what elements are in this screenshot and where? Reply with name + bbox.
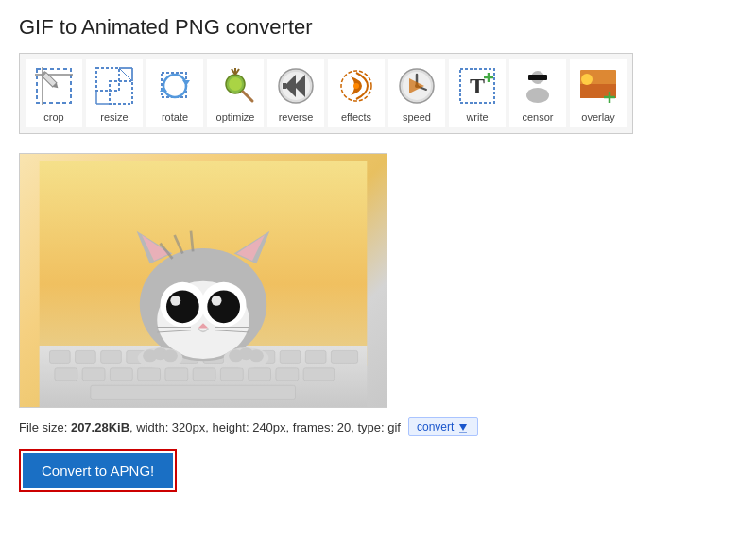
svg-rect-58 (280, 350, 301, 363)
tool-speed[interactable]: speed (388, 59, 445, 127)
write-label: write (466, 111, 488, 123)
svg-rect-66 (193, 368, 215, 381)
tool-crop[interactable]: crop (26, 59, 82, 127)
svg-rect-69 (276, 368, 299, 381)
write-icon: T (455, 64, 499, 108)
svg-marker-100 (459, 424, 467, 431)
svg-rect-6 (96, 68, 119, 91)
reverse-icon (274, 64, 318, 108)
resize-icon (93, 64, 136, 108)
file-size: 207.28KiB (71, 420, 129, 434)
overlay-label: overlay (581, 111, 614, 123)
effects-label: effects (341, 111, 371, 123)
svg-rect-41 (528, 75, 547, 80)
svg-rect-63 (110, 368, 132, 381)
optimize-icon (214, 64, 257, 108)
svg-point-40 (526, 88, 549, 103)
crop-icon (32, 64, 76, 108)
svg-marker-12 (119, 68, 132, 81)
svg-point-44 (581, 74, 593, 85)
svg-rect-51 (101, 350, 122, 363)
svg-rect-64 (138, 368, 161, 381)
speed-icon (395, 64, 438, 108)
svg-point-85 (170, 296, 180, 306)
page-title: GIF to Animated PNG converter (19, 15, 737, 40)
svg-point-84 (207, 291, 240, 324)
resize-label: resize (100, 111, 128, 123)
svg-point-86 (212, 296, 222, 306)
effects-icon (335, 64, 378, 108)
file-meta: , width: 320px, height: 240px, frames: 2… (129, 420, 401, 434)
convert-button-wrapper: Convert to APNG! (19, 449, 177, 492)
svg-point-83 (166, 291, 199, 324)
toolbar: crop resize (19, 53, 633, 134)
svg-point-28 (353, 83, 359, 89)
svg-text:T: T (470, 74, 485, 98)
file-info-text: File size: 207.28KiB, width: 320px, heig… (19, 420, 401, 434)
convert-to-apng-button[interactable]: Convert to APNG! (23, 453, 173, 488)
svg-line-18 (243, 92, 252, 101)
svg-rect-65 (165, 368, 188, 381)
tool-overlay[interactable]: overlay (570, 59, 627, 127)
tool-effects[interactable]: effects (328, 59, 385, 127)
svg-rect-59 (305, 350, 326, 363)
svg-rect-70 (303, 368, 335, 381)
svg-rect-62 (82, 368, 105, 381)
convert-link[interactable]: convert (408, 417, 478, 436)
censor-label: censor (522, 111, 553, 123)
svg-rect-68 (249, 368, 271, 381)
svg-rect-49 (50, 350, 71, 363)
svg-rect-67 (220, 368, 243, 381)
rotate-icon (153, 64, 197, 108)
svg-rect-60 (331, 350, 357, 363)
file-info: File size: 207.28KiB, width: 320px, heig… (19, 417, 737, 436)
svg-rect-61 (55, 368, 77, 381)
tool-optimize[interactable]: optimize (207, 59, 264, 127)
svg-point-17 (229, 77, 242, 91)
tool-rotate[interactable]: rotate (146, 59, 203, 127)
tool-write[interactable]: T write (449, 59, 506, 127)
crop-label: crop (43, 111, 63, 123)
tool-reverse[interactable]: reverse (267, 59, 324, 127)
svg-rect-26 (283, 83, 286, 89)
preview-area (19, 153, 737, 408)
svg-rect-7 (110, 81, 132, 104)
speed-label: speed (403, 111, 431, 123)
overlay-icon (576, 64, 620, 108)
rotate-label: rotate (162, 111, 188, 123)
tool-censor[interactable]: censor (509, 59, 566, 127)
svg-point-96 (163, 349, 178, 362)
reverse-label: reverse (279, 111, 314, 123)
optimize-label: optimize (216, 111, 255, 123)
svg-rect-50 (76, 350, 96, 363)
tool-resize[interactable]: resize (86, 59, 143, 127)
censor-icon (516, 64, 559, 108)
svg-rect-101 (459, 432, 467, 433)
svg-point-99 (249, 349, 264, 362)
svg-rect-71 (91, 385, 296, 399)
gif-preview (19, 153, 387, 408)
